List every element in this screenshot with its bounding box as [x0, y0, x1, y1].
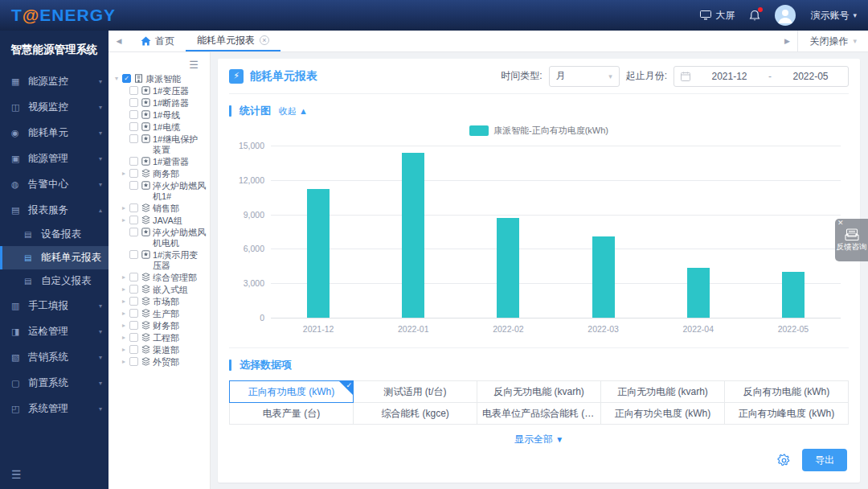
- sidebar-item-manual-entry[interactable]: ▥手工填报▾: [0, 293, 108, 318]
- tree-node[interactable]: 1#变压器: [122, 86, 207, 97]
- tree-node[interactable]: ▸综合管理部: [122, 273, 207, 283]
- sidebar-item-report-service[interactable]: ▤报表服务▴: [0, 197, 108, 223]
- tree-node[interactable]: 淬火炉助燃风机电机: [122, 228, 207, 249]
- collapse-toggle[interactable]: 收起 ▲: [279, 105, 308, 117]
- tree-node[interactable]: ▸工程部: [122, 333, 207, 343]
- checkbox-unchecked[interactable]: [129, 203, 138, 212]
- checkbox-unchecked[interactable]: [129, 250, 138, 259]
- sidebar-subitem[interactable]: ▤设备报表: [0, 223, 108, 246]
- avatar[interactable]: [775, 5, 796, 26]
- tree-expand-icon[interactable]: ▸: [122, 169, 129, 179]
- gear-icon[interactable]: [777, 454, 791, 467]
- tab-active[interactable]: 能耗单元报表 ×: [186, 31, 280, 51]
- data-item-cell[interactable]: 正向有功电度 (kWh)✓: [230, 381, 354, 403]
- tree-expand-icon[interactable]: ▸: [122, 357, 129, 367]
- tree-node[interactable]: 1#母线: [122, 110, 207, 121]
- home-tab[interactable]: 首页: [129, 31, 186, 51]
- tree-node[interactable]: ▸嵌入式组: [122, 285, 207, 295]
- tree-expand-icon[interactable]: ▸: [122, 297, 129, 306]
- checkbox-unchecked[interactable]: [129, 157, 138, 166]
- tree-expand-icon[interactable]: ▾: [115, 74, 122, 84]
- data-item-cell[interactable]: 反向有功电能 (kWh): [725, 381, 849, 403]
- bar-2021-12[interactable]: [307, 189, 330, 318]
- big-screen-button[interactable]: 大屏: [700, 9, 735, 23]
- account-menu[interactable]: 演示账号 ▾: [810, 9, 857, 23]
- checkbox-unchecked[interactable]: [129, 110, 138, 119]
- tree-collapse-icon[interactable]: ☰: [115, 57, 207, 74]
- tree-node[interactable]: ▸外贸部: [122, 357, 207, 368]
- checkbox-unchecked[interactable]: [129, 216, 138, 224]
- checkbox-unchecked[interactable]: [129, 333, 138, 342]
- close-operations-menu[interactable]: 关闭操作 ▾: [797, 31, 868, 51]
- bar-2022-02[interactable]: [497, 218, 519, 318]
- tree-node[interactable]: 1#避雷器: [122, 157, 207, 167]
- sidebar-item-inspection-mgmt[interactable]: ◨运检管理▾: [0, 318, 108, 344]
- sidebar-item-energy-monitor[interactable]: ▦能源监控▾: [0, 68, 108, 94]
- bar-2022-04[interactable]: [687, 268, 710, 318]
- checkbox-unchecked[interactable]: [129, 181, 138, 190]
- tree-node[interactable]: ▸销售部: [122, 203, 207, 214]
- sidebar-item-system-mgmt[interactable]: ◰系统管理▾: [0, 396, 108, 421]
- tree-expand-icon[interactable]: ▸: [122, 285, 129, 294]
- tree-node[interactable]: ▸生产部: [122, 309, 207, 319]
- checkbox-unchecked[interactable]: [129, 228, 138, 236]
- checkbox-unchecked[interactable]: [129, 321, 138, 330]
- sidebar-subitem[interactable]: ▤自定义报表: [0, 269, 108, 293]
- tree-expand-icon[interactable]: ▸: [122, 203, 129, 213]
- chart-legend[interactable]: 康派智能-正向有功电度(kWh): [229, 125, 849, 137]
- tree-expand-icon[interactable]: ▸: [122, 321, 129, 331]
- tree-node[interactable]: ▸商务部: [122, 169, 207, 179]
- tree-node[interactable]: 1#演示用变压器: [122, 250, 207, 271]
- time-type-select[interactable]: 月 ▾: [549, 66, 620, 87]
- tree-node[interactable]: 1#继电保护装置: [122, 134, 207, 155]
- tab-close-icon[interactable]: ×: [260, 35, 269, 45]
- tree-node[interactable]: ▸财务部: [122, 321, 207, 331]
- tree-node[interactable]: 1#断路器: [122, 98, 207, 109]
- data-item-cell[interactable]: 综合能耗 (kgce): [354, 403, 477, 425]
- tree-node[interactable]: ▸渠道部: [122, 345, 207, 355]
- data-item-cell[interactable]: 正向无功电能 (kvarh): [601, 381, 725, 403]
- tree-expand-icon[interactable]: ▸: [122, 216, 129, 225]
- sidebar-item-energy-unit[interactable]: ◉能耗单元▾: [0, 120, 108, 146]
- checkbox-unchecked[interactable]: [129, 297, 138, 306]
- tree-expand-icon[interactable]: ▸: [122, 345, 129, 355]
- data-item-cell[interactable]: 正向有功峰电度 (kWh): [725, 403, 849, 425]
- tree-node[interactable]: ▸JAVA组: [122, 216, 207, 226]
- tabs-scroll-right-icon[interactable]: ▶: [776, 31, 797, 51]
- sidebar-item-front-system[interactable]: ▢前置系统▾: [0, 370, 108, 396]
- sidebar-item-video-monitor[interactable]: ◫视频监控▾: [0, 94, 108, 120]
- show-all-button[interactable]: 显示全部 ▼: [229, 433, 849, 446]
- tree-node[interactable]: 淬火炉助燃风机1#: [122, 181, 207, 202]
- checkbox-unchecked[interactable]: [129, 309, 138, 318]
- notification-button[interactable]: [749, 10, 760, 22]
- data-item-cell[interactable]: 正向有功尖电度 (kWh): [601, 403, 725, 425]
- bar-2022-03[interactable]: [592, 236, 615, 318]
- tree-root-node[interactable]: ▾✓康派智能: [115, 74, 207, 84]
- sidebar-item-marketing-system[interactable]: ▧营销系统▾: [0, 344, 108, 370]
- bar-2022-05[interactable]: [782, 272, 805, 318]
- checkbox-unchecked[interactable]: [129, 86, 138, 95]
- checkbox-unchecked[interactable]: [129, 98, 138, 107]
- tree-expand-icon[interactable]: ▸: [122, 273, 129, 282]
- export-button[interactable]: 导出: [802, 449, 847, 471]
- checkbox-unchecked[interactable]: [129, 169, 138, 178]
- bar-2022-01[interactable]: [402, 153, 424, 318]
- checkbox-unchecked[interactable]: [129, 134, 138, 143]
- tree-node[interactable]: 1#电缆: [122, 122, 207, 133]
- tabs-scroll-left-icon[interactable]: ◀: [108, 31, 129, 51]
- data-item-cell[interactable]: 测试适用 (t/台): [354, 381, 477, 403]
- data-item-cell[interactable]: 电表单位产品综合能耗 (kgce/...: [477, 403, 601, 425]
- checkbox-unchecked[interactable]: [129, 273, 138, 281]
- checkbox-unchecked[interactable]: [129, 122, 138, 131]
- month-range-picker[interactable]: 2021-12 - 2022-05: [674, 66, 849, 87]
- checkbox-unchecked[interactable]: [129, 357, 138, 366]
- tree-expand-icon[interactable]: ▸: [122, 309, 129, 318]
- data-item-cell[interactable]: 电表产量 (台): [230, 403, 354, 425]
- sidebar-subitem[interactable]: ▤能耗单元报表: [0, 246, 108, 269]
- sidebar-collapse-icon[interactable]: ☰: [11, 468, 22, 481]
- tree-node[interactable]: ▸市场部: [122, 297, 207, 307]
- sidebar-item-energy-mgmt[interactable]: ▣能源管理▾: [0, 146, 108, 171]
- tree-expand-icon[interactable]: ▸: [122, 333, 129, 343]
- data-item-cell[interactable]: 反向无功电能 (kvarh): [477, 381, 601, 403]
- checkbox-unchecked[interactable]: [129, 285, 138, 294]
